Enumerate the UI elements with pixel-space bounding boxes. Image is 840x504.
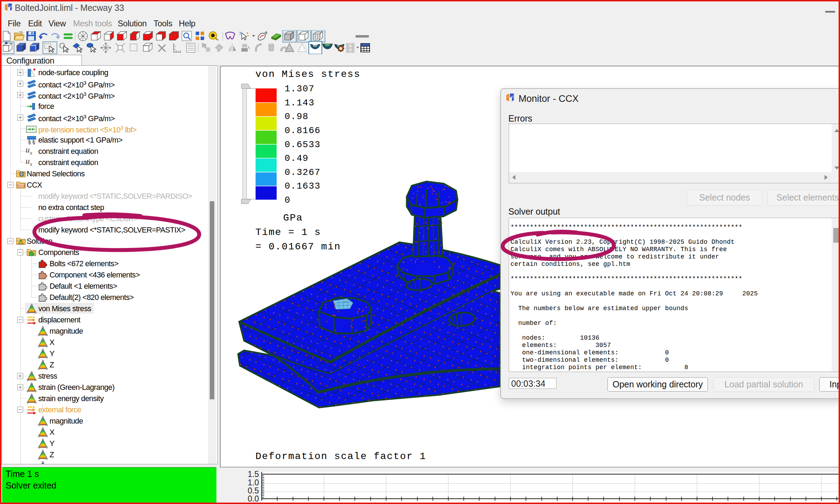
svg-text:von Mises stress: von Mises stress (255, 69, 360, 80)
svg-text:0.1633: 0.1633 (285, 181, 321, 191)
svg-text:1.0: 1.0 (248, 478, 259, 487)
svg-text:1.5: 1.5 (248, 470, 259, 479)
svg-text:7: 7 (239, 31, 241, 36)
svg-text:GPa: GPa (283, 212, 303, 223)
svg-text:1.143: 1.143 (285, 98, 315, 108)
svg-text:0: 0 (285, 195, 291, 205)
svg-text:CCX: CCX (18, 184, 25, 188)
svg-text:Deformation scale factor 1: Deformation scale factor 1 (255, 451, 426, 462)
svg-text:0.6533: 0.6533 (285, 139, 321, 150)
svg-text:0.0: 0.0 (248, 494, 259, 503)
svg-text:0.8166: 0.8166 (285, 125, 321, 136)
svg-text:0.49: 0.49 (285, 153, 308, 164)
svg-text:= 0.01667 min: = 0.01667 min (255, 241, 341, 252)
svg-text:0.98: 0.98 (285, 111, 308, 122)
svg-text:Time = 1 s: Time = 1 s (255, 227, 321, 238)
svg-text:0.3267: 0.3267 (285, 167, 321, 178)
svg-text:1.307: 1.307 (285, 84, 315, 94)
